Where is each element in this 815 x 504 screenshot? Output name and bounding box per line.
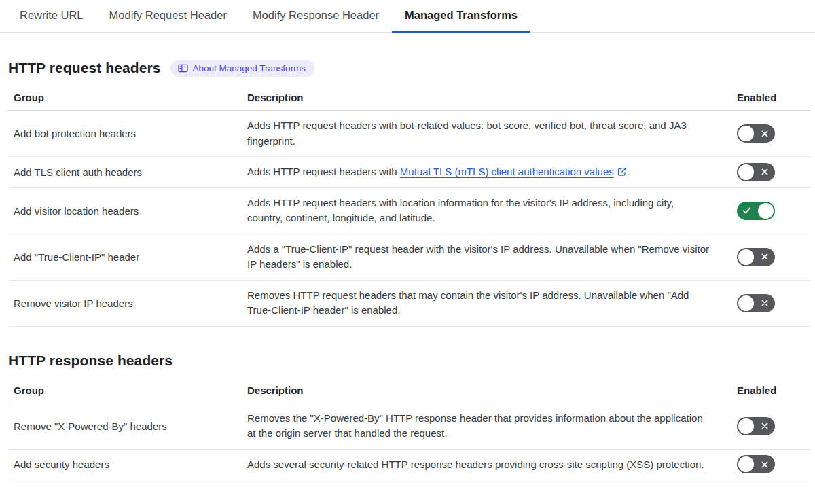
column-header-enabled: Enabled xyxy=(737,384,810,396)
toggle-knob xyxy=(738,249,754,265)
tab[interactable]: Modify Response Header xyxy=(240,0,392,33)
tab[interactable]: Rewrite URL xyxy=(7,0,96,33)
tab[interactable]: Modify Request Header xyxy=(96,0,240,33)
group-name: Remove visitor IP headers xyxy=(8,289,247,317)
cross-icon xyxy=(761,130,769,138)
table-row: Remove visitor IP headers Removes HTTP r… xyxy=(8,281,810,327)
cross-icon xyxy=(761,168,769,176)
section-title-response: HTTP response headers xyxy=(8,353,173,369)
table-header-row: Group Description Enabled xyxy=(8,84,810,111)
book-icon xyxy=(178,64,188,73)
toggle-knob xyxy=(738,418,754,434)
column-header-group: Group xyxy=(8,92,247,103)
table-row: Add bot protection headers Adds HTTP req… xyxy=(8,111,810,157)
column-header-description: Description xyxy=(247,384,737,396)
toggle-knob xyxy=(738,126,754,141)
group-description: Adds HTTP request headers with location … xyxy=(247,188,737,234)
group-description: Removes the "X-Powered-By" HTTP response… xyxy=(247,403,737,449)
toggle-knob xyxy=(758,203,774,219)
tab[interactable]: Managed Transforms xyxy=(392,0,530,33)
external-link-icon xyxy=(614,166,627,177)
about-managed-transforms-badge[interactable]: About Managed Transforms xyxy=(170,60,315,77)
description-link[interactable]: Mutual TLS (mTLS) client authentication … xyxy=(400,166,627,177)
toggle-knob xyxy=(738,164,754,180)
group-description: Removes HTTP request headers that may co… xyxy=(247,281,737,326)
group-name: Add TLS client auth headers xyxy=(8,158,247,186)
group-name: Add bot protection headers xyxy=(8,120,247,147)
check-icon xyxy=(742,207,751,215)
table-row: Add TLS client auth headers Adds HTTP re… xyxy=(8,157,810,188)
enabled-toggle[interactable] xyxy=(737,163,775,181)
group-name: Add visitor location headers xyxy=(8,197,247,225)
toggle-knob xyxy=(738,295,754,311)
enabled-toggle[interactable] xyxy=(737,248,775,266)
enabled-toggle[interactable] xyxy=(737,124,775,143)
request-headers-table: Group Description Enabled Add bot protec… xyxy=(8,84,810,327)
group-description: Adds HTTP request headers with bot-relat… xyxy=(247,111,737,156)
enabled-toggle[interactable] xyxy=(737,202,775,220)
group-description: Adds a "True-Client-IP" request header w… xyxy=(247,234,737,280)
group-name: Add security headers xyxy=(8,450,247,478)
table-row: Add "True-Client-IP" header Adds a "True… xyxy=(8,234,810,281)
enabled-toggle[interactable] xyxy=(737,294,775,312)
enabled-toggle[interactable] xyxy=(737,417,775,435)
cross-icon xyxy=(761,299,769,307)
enabled-toggle[interactable] xyxy=(737,455,775,473)
badge-label: About Managed Transforms xyxy=(193,63,306,73)
column-header-enabled: Enabled xyxy=(737,92,810,103)
group-name: Remove "X-Powered-By" headers xyxy=(8,412,247,440)
response-headers-table: Group Description Enabled Remove "X-Powe… xyxy=(8,377,810,481)
group-description: Adds several security-related HTTP respo… xyxy=(247,450,737,480)
group-name: Add "True-Client-IP" header xyxy=(8,243,247,271)
toggle-knob xyxy=(738,456,754,472)
response-headers-section: HTTP response headers Group Description … xyxy=(0,351,815,481)
section-title-request: HTTP request headers xyxy=(8,60,161,76)
table-row: Add visitor location headers Adds HTTP r… xyxy=(8,188,810,234)
column-header-group: Group xyxy=(8,384,247,396)
table-row: Remove "X-Powered-By" headers Removes th… xyxy=(8,403,810,450)
cross-icon xyxy=(761,253,769,261)
request-headers-section: HTTP request headers About Managed Trans… xyxy=(0,58,815,327)
column-header-description: Description xyxy=(247,92,737,103)
table-header-row: Group Description Enabled xyxy=(8,377,810,403)
cross-icon xyxy=(761,461,769,469)
tab-bar: Rewrite URL Modify Request Header Modify… xyxy=(0,0,815,33)
cross-icon xyxy=(761,422,769,430)
group-description: Adds HTTP request headers with Mutual TL… xyxy=(247,157,737,187)
table-row: Add security headers Adds several securi… xyxy=(8,450,810,481)
